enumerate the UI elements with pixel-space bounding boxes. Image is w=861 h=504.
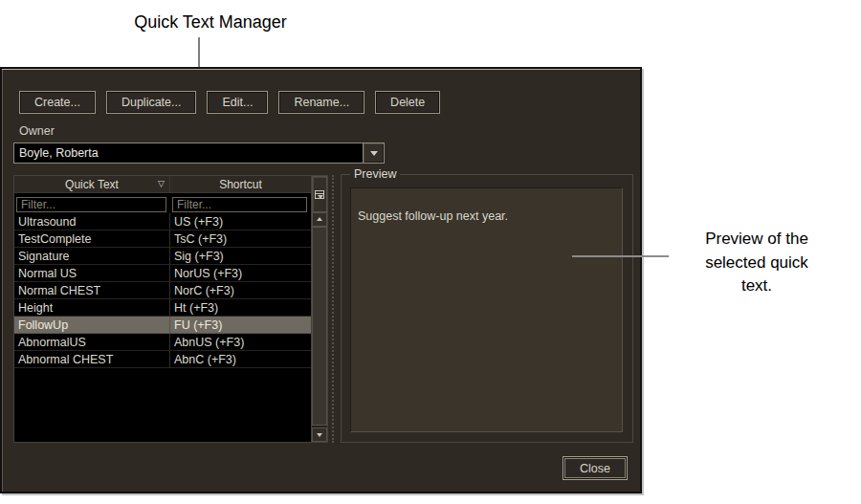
annotation-note-line: Preview of the — [670, 228, 844, 252]
annotation-note-line: text. — [670, 274, 844, 298]
column-chooser-icon — [315, 190, 324, 199]
quick-text-table: Quick Text ▽ Shortcut Ultras — [13, 175, 328, 443]
filter-cell — [14, 193, 170, 213]
shortcut-cell: Ht (+F3) — [170, 299, 311, 317]
shortcut-filter-input[interactable] — [172, 197, 307, 212]
annotation-title: Quick Text Manager — [19, 12, 402, 33]
scrollbar-thumb[interactable] — [312, 227, 327, 426]
table-row[interactable]: Normal CHEST NorC (+F3) — [14, 282, 311, 299]
chevron-down-icon — [370, 151, 378, 160]
column-chooser-button[interactable] — [312, 176, 327, 212]
scrollbar-track[interactable] — [312, 227, 327, 427]
table-row[interactable]: Abnormal CHEST AbnC (+F3) — [14, 351, 311, 368]
preview-group-label: Preview — [350, 167, 400, 181]
quick-text-cell: Normal CHEST — [14, 282, 170, 299]
table-header-row: Quick Text ▽ Shortcut — [14, 176, 311, 193]
quick-text-cell: FollowUp — [14, 317, 170, 334]
shortcut-cell: AbnC (+F3) — [170, 351, 311, 368]
callout-line-horizontal — [572, 255, 669, 257]
scrollbar-down-button[interactable] — [312, 427, 327, 442]
column-header-quick-text[interactable]: Quick Text ▽ — [14, 176, 170, 193]
filter-row — [14, 193, 311, 213]
toolbar-button[interactable]: Rename... — [278, 91, 364, 114]
quick-text-cell: Ultrasound — [14, 213, 170, 230]
callout-line-vertical — [198, 37, 200, 67]
table-side-column — [311, 176, 327, 442]
quick-text-cell: TestComplete — [14, 230, 170, 248]
table-row[interactable]: TestComplete TsC (+F3) — [14, 230, 311, 248]
shortcut-cell: FU (+F3) — [170, 317, 311, 334]
shortcut-cell: US (+F3) — [170, 213, 311, 230]
owner-dropdown-arrow-button[interactable] — [363, 143, 384, 163]
owner-dropdown[interactable]: Boyle, Roberta — [13, 142, 385, 164]
table-row[interactable]: Ultrasound US (+F3) — [14, 213, 311, 230]
scrollbar-up-button[interactable] — [312, 212, 327, 227]
column-header-label: Quick Text — [65, 178, 119, 191]
table-body: Ultrasound US (+F3) TestComplete TsC (+F… — [14, 213, 311, 442]
table-row[interactable]: FollowUp FU (+F3) — [14, 317, 311, 334]
table-row[interactable]: Normal US NorUS (+F3) — [14, 265, 311, 282]
toolbar-button[interactable]: Delete — [375, 91, 440, 114]
close-button[interactable]: Close — [563, 456, 628, 480]
table-row[interactable]: AbnormalUS AbnUS (+F3) — [14, 334, 311, 351]
quick-text-cell: Signature — [14, 248, 170, 265]
annotation-note-line: selected quick — [670, 252, 844, 275]
shortcut-cell: NorUS (+F3) — [170, 265, 311, 282]
shortcut-cell: AbnUS (+F3) — [170, 334, 311, 351]
arrow-up-icon — [317, 214, 322, 221]
quick-text-manager-dialog: Create...Duplicate...Edit...Rename...Del… — [0, 67, 642, 493]
table-row[interactable]: Height Ht (+F3) — [14, 299, 311, 317]
annotation-preview-note: Preview of theselected quicktext. — [670, 228, 844, 298]
toolbar: Create...Duplicate...Edit...Rename...Del… — [19, 91, 440, 114]
toolbar-button[interactable]: Duplicate... — [106, 91, 197, 114]
quick-text-cell: Abnormal CHEST — [14, 351, 170, 368]
toolbar-button[interactable]: Edit... — [207, 91, 268, 114]
splitter-dots — [332, 175, 334, 443]
quick-text-cell: Height — [14, 299, 170, 317]
table-row[interactable]: Signature Sig (+F3) — [14, 248, 311, 265]
preview-group: Preview Suggest follow-up next year. — [341, 174, 633, 443]
owner-label: Owner — [19, 124, 55, 138]
shortcut-cell: TsC (+F3) — [170, 230, 311, 248]
shortcut-cell: Sig (+F3) — [170, 248, 311, 265]
column-header-label: Shortcut — [219, 178, 262, 191]
preview-text-area: Suggest follow-up next year. — [350, 187, 623, 432]
arrow-down-icon — [317, 433, 322, 440]
sort-indicator-icon: ▽ — [158, 179, 165, 189]
quick-text-cell: Normal US — [14, 265, 170, 282]
owner-dropdown-value: Boyle, Roberta — [14, 143, 363, 163]
column-header-shortcut[interactable]: Shortcut — [170, 176, 311, 193]
filter-cell — [170, 193, 311, 213]
toolbar-button[interactable]: Create... — [19, 91, 96, 114]
quick-text-filter-input[interactable] — [16, 197, 166, 212]
table-preview-splitter[interactable] — [330, 175, 336, 443]
quick-text-cell: AbnormalUS — [14, 334, 170, 351]
table-main: Quick Text ▽ Shortcut Ultras — [14, 176, 311, 442]
shortcut-cell: NorC (+F3) — [170, 282, 311, 299]
